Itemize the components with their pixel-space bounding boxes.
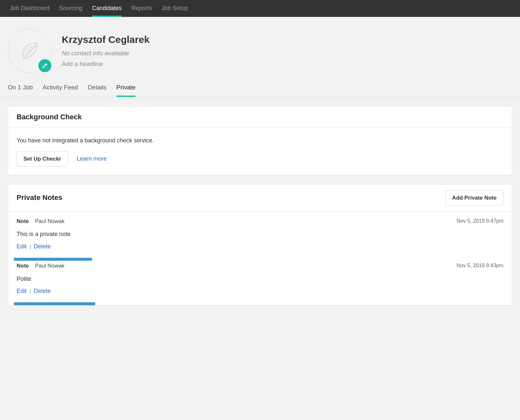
note-body: Polite	[17, 270, 503, 287]
candidate-header-text: Krzysztof Ceglarek No contact info avail…	[62, 33, 150, 68]
contact-info-text: No contact info available	[62, 49, 150, 58]
pencil-icon	[42, 63, 48, 69]
nav-reports[interactable]: Reports	[131, 0, 152, 17]
nav-label: Reports	[131, 4, 152, 12]
separator: |	[30, 288, 31, 294]
setup-checkr-button[interactable]: Set Up Checkr	[17, 151, 68, 166]
background-check-panel: Background Check You have not integrated…	[8, 106, 512, 175]
note-header: Note Paul Nowak Nov 5, 2019 8:47pm	[17, 217, 503, 225]
tab-label: Details	[88, 84, 107, 91]
add-headline[interactable]: Add a headline	[62, 60, 150, 69]
top-nav: Job Dashboard Sourcing Candidates Report…	[0, 0, 520, 17]
nav-label: Job Setup	[162, 4, 188, 12]
candidate-name: Krzysztof Ceglarek	[62, 33, 150, 46]
leaf-icon	[19, 39, 41, 62]
add-private-note-button[interactable]: Add Private Note	[445, 190, 503, 205]
nav-sourcing[interactable]: Sourcing	[59, 0, 82, 17]
delete-note-link[interactable]: Delete	[34, 288, 51, 294]
edit-avatar-button[interactable]	[38, 59, 51, 72]
note-timestamp: Nov 5, 2019 8:43pm	[457, 262, 503, 269]
learn-more-link[interactable]: Learn more	[77, 155, 107, 162]
tab-details[interactable]: Details	[88, 79, 107, 97]
note-actions: Edit | Delete	[17, 287, 503, 298]
avatar-container	[8, 29, 52, 73]
note-label: Note	[17, 263, 29, 269]
panel-body: You have not integrated a background che…	[8, 128, 512, 175]
note-body: This is a private note	[17, 225, 503, 242]
tab-label: Private	[116, 84, 136, 91]
separator: |	[30, 243, 31, 250]
private-notes-panel: Private Notes Add Private Note Note Paul…	[8, 184, 512, 306]
panel-header: Private Notes Add Private Note	[8, 185, 512, 212]
nav-label: Candidates	[92, 4, 122, 12]
note-label: Note	[17, 218, 29, 224]
candidate-header: Krzysztof Ceglarek No contact info avail…	[0, 17, 520, 79]
background-check-message: You have not integrated a background che…	[17, 137, 503, 145]
tab-activity-feed[interactable]: Activity Feed	[43, 79, 78, 97]
nav-label: Job Dashboard	[10, 4, 49, 12]
tab-label: On 1 Job	[8, 84, 33, 91]
private-note: Note Paul Nowak Nov 5, 2019 8:43pm Polit…	[8, 261, 512, 305]
nav-label: Sourcing	[59, 4, 82, 12]
panel-header: Background Check	[8, 106, 512, 128]
edit-note-link[interactable]: Edit	[17, 243, 27, 250]
nav-job-dashboard[interactable]: Job Dashboard	[10, 0, 49, 17]
note-header: Note Paul Nowak Nov 5, 2019 8:43pm	[17, 262, 503, 270]
highlight-bar	[14, 302, 95, 305]
edit-note-link[interactable]: Edit	[17, 288, 27, 294]
highlight-bar	[14, 258, 92, 261]
candidate-sub-tabs: On 1 Job Activity Feed Details Private	[0, 79, 520, 97]
panel-title: Private Notes	[17, 193, 62, 203]
nav-candidates[interactable]: Candidates	[92, 0, 122, 17]
panel-title: Background Check	[17, 112, 82, 122]
private-note: Note Paul Nowak Nov 5, 2019 8:47pm This …	[8, 212, 512, 261]
tab-label: Activity Feed	[43, 84, 78, 91]
delete-note-link[interactable]: Delete	[34, 243, 51, 250]
note-author: Paul Nowak	[35, 263, 65, 269]
tab-private[interactable]: Private	[116, 79, 136, 97]
note-actions: Edit | Delete	[17, 243, 503, 254]
note-author: Paul Nowak	[35, 218, 65, 224]
note-timestamp: Nov 5, 2019 8:47pm	[457, 217, 503, 225]
tab-on-job[interactable]: On 1 Job	[8, 79, 33, 97]
nav-job-setup[interactable]: Job Setup	[162, 0, 188, 17]
